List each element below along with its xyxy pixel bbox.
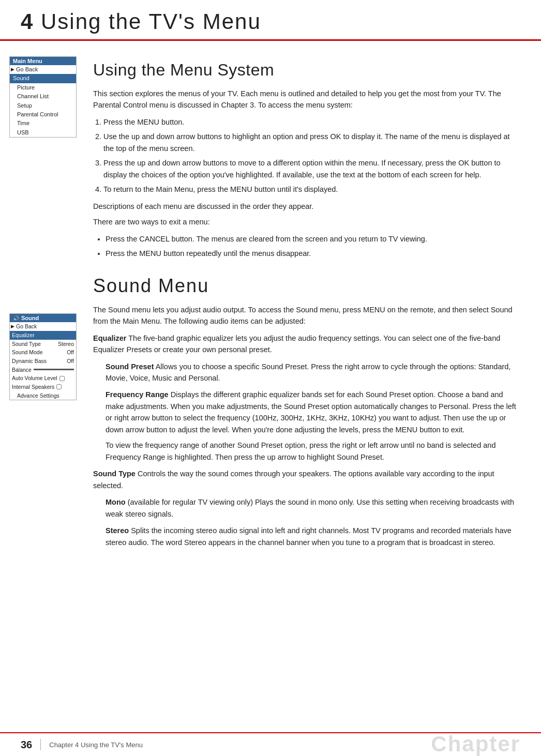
footer-divider <box>40 739 41 750</box>
sound-menu-go-back[interactable]: ▶Go Back <box>10 322 76 331</box>
auto-volume-checkbox[interactable] <box>59 376 65 381</box>
section1-desc1: Descriptions of each menu are discussed … <box>93 201 520 228</box>
menu-item-parental-control[interactable]: Parental Control <box>10 110 76 119</box>
internal-speakers-checkbox[interactable] <box>56 384 62 389</box>
section1-title: Using the Menu System <box>93 61 520 80</box>
page-number: 36 <box>21 739 32 751</box>
mono-label: Mono <box>106 498 126 506</box>
stereo-text: Splits the incoming stereo audio signal … <box>106 526 512 546</box>
freq-range-extra: To view the frequency range of another S… <box>106 440 520 463</box>
sound-type-entry: Sound Type Controls the way the sound co… <box>93 468 520 491</box>
menu-item-setup[interactable]: Setup <box>10 101 76 110</box>
page-header: 4 Using the TV's Menu <box>0 0 541 41</box>
bullet-2: Press the MENU button repeatedly until t… <box>106 248 520 259</box>
sound-menu-balance[interactable]: Balance <box>10 366 76 374</box>
sound-preset-text: Allows you to choose a specific Sound Pr… <box>106 362 510 382</box>
menu-item-picture[interactable]: Picture <box>10 83 76 92</box>
section1-intro: This section explores the menus of your … <box>93 88 520 111</box>
steps-list: Press the MENU button. Use the up and do… <box>103 116 520 195</box>
sound-menu-advance-settings[interactable]: Advance Settings <box>10 391 76 400</box>
section2-intro: The Sound menu lets you adjust audio out… <box>93 304 520 327</box>
sound-type-label: Sound Type <box>93 470 136 478</box>
main-menu-box: Main Menu Go Back Sound Picture Channel … <box>9 56 77 138</box>
sound-menu-sound-mode[interactable]: Sound ModeOff <box>10 348 76 357</box>
freq-range-block: Frequency Range Displays the different g… <box>106 389 520 463</box>
main-text-area: Using the Menu System This section explo… <box>83 56 541 553</box>
sound-type-text: Controls the way the sound comes through… <box>93 470 494 489</box>
sound-preset-label: Sound Preset <box>106 362 154 371</box>
sound-menu-auto-volume[interactable]: Auto Volume Level <box>10 374 76 383</box>
menu-item-channel-list[interactable]: Channel List <box>10 92 76 101</box>
mono-block: Mono (available for regular TV viewing o… <box>106 496 520 520</box>
balance-slider[interactable] <box>34 369 74 370</box>
bullet-1: Press the CANCEL button. The menus are c… <box>106 233 520 245</box>
sound-icon: 🔊 <box>13 315 19 321</box>
main-menu-title: Main Menu <box>10 57 76 65</box>
stereo-label: Stereo <box>106 526 129 535</box>
section2-title: Sound Menu <box>93 275 520 297</box>
step-4: To return to the Main Menu, press the ME… <box>103 184 520 195</box>
exit-menu-bullets: Press the CANCEL button. The menus are c… <box>106 233 520 260</box>
sound-menu-title: 🔊 Sound <box>10 314 76 322</box>
sound-menu-equalizer[interactable]: Equalizer <box>10 331 76 340</box>
menu-item-go-back[interactable]: Go Back <box>10 65 76 74</box>
freq-range-label: Frequency Range <box>106 390 169 399</box>
equalizer-label: Equalizer <box>93 334 126 342</box>
sound-preset-block: Sound Preset Allows you to choose a spec… <box>106 361 520 384</box>
sidebar: Main Menu Go Back Sound Picture Channel … <box>0 56 83 553</box>
menu-item-time[interactable]: Time <box>10 119 76 128</box>
content-area: Main Menu Go Back Sound Picture Channel … <box>0 56 541 574</box>
step-2: Use the up and down arrow buttons to hig… <box>103 131 520 154</box>
footer-chapter-label: Chapter <box>431 733 520 755</box>
sound-menu-dynamic-bass[interactable]: Dynamic BassOff <box>10 357 76 366</box>
sound-menu-box: 🔊 Sound ▶Go Back Equalizer Sound TypeSte… <box>9 313 77 400</box>
menu-item-sound[interactable]: Sound <box>10 74 76 83</box>
footer-chapter-text: Chapter 4 Using the TV's Menu <box>49 741 143 749</box>
mono-text: (available for regular TV viewing only) … <box>106 498 514 518</box>
menu-item-usb[interactable]: USB <box>10 128 76 137</box>
stereo-block: Stereo Splits the incoming stereo audio … <box>106 525 520 548</box>
equalizer-entry: Equalizer The five-band graphic equalize… <box>93 332 520 356</box>
sound-menu-sound-type[interactable]: Sound TypeStereo <box>10 340 76 349</box>
sound-menu-internal-speakers[interactable]: Internal Speakers <box>10 383 76 391</box>
page-title: 4 Using the TV's Menu <box>21 9 520 34</box>
step-1: Press the MENU button. <box>103 116 520 128</box>
page-footer: 36 Chapter 4 Using the TV's Menu Chapter <box>0 732 541 756</box>
equalizer-text: The five-band graphic equalizer lets you… <box>93 334 500 354</box>
step-3: Press the up and down arrow buttons to m… <box>103 157 520 180</box>
